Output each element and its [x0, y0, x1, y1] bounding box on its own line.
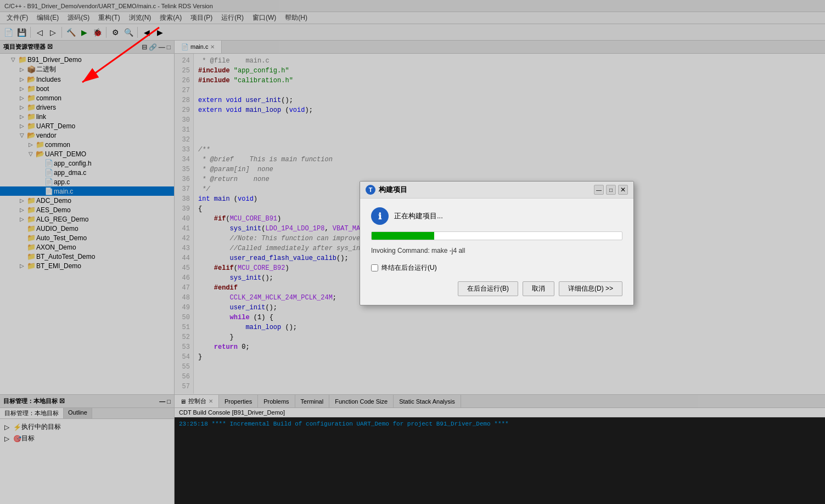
telink-icon: T — [366, 185, 375, 195]
modal-controls: — □ ✕ — [594, 185, 628, 195]
modal-status-text: 正在构建项目... — [394, 211, 443, 221]
modal-cancel-btn[interactable]: 取消 — [523, 281, 554, 296]
modal-title-label: 构建项目 — [379, 185, 407, 195]
modal-body: ℹ 正在构建项目... Invoking Command: make -j4 a… — [360, 199, 633, 305]
modal-status: ℹ 正在构建项目... — [371, 207, 622, 225]
modal-maximize-btn[interactable]: □ — [606, 185, 616, 195]
modal-details-btn[interactable]: 详细信息(D) >> — [559, 281, 622, 296]
progress-bar-container — [371, 231, 622, 240]
modal-minimize-btn[interactable]: — — [594, 185, 604, 195]
modal-info-icon: ℹ — [371, 207, 389, 225]
modal-checkbox-label[interactable]: 终结在后台运行(U) — [381, 263, 437, 273]
build-dialog: T 构建项目 — □ ✕ ℹ 正在构建项目... — [360, 181, 634, 305]
modal-command-text: Invoking Command: make -j4 all — [371, 247, 465, 254]
progress-bar — [372, 232, 434, 240]
modal-command: Invoking Command: make -j4 all — [371, 247, 622, 254]
modal-buttons: 在后台运行(B) 取消 详细信息(D) >> — [371, 281, 622, 296]
modal-run-bg-btn[interactable]: 在后台运行(B) — [458, 281, 518, 296]
modal-checkbox-container: 终结在后台运行(U) — [371, 263, 622, 273]
modal-checkbox-input[interactable] — [371, 264, 378, 271]
modal-close-btn[interactable]: ✕ — [618, 185, 628, 195]
modal-overlay: T 构建项目 — □ ✕ ℹ 正在构建项目... — [0, 0, 825, 504]
modal-title: T 构建项目 — [366, 185, 407, 195]
modal-title-bar: T 构建项目 — □ ✕ — [360, 182, 633, 199]
